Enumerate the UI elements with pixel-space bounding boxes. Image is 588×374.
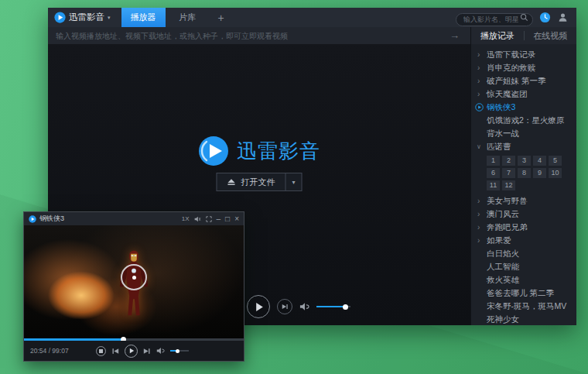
chevron-right-icon: › (477, 61, 480, 74)
mini-window-title: 钢铁侠3 (39, 214, 179, 224)
open-file-dropdown[interactable]: ▾ (285, 173, 302, 190)
new-tab-button[interactable]: + (210, 8, 233, 27)
sidebar-tabs: 播放记录 在线视频 (470, 27, 576, 44)
episode-button[interactable]: 9 (533, 168, 546, 178)
video-canvas[interactable] (24, 225, 244, 338)
chevron-right-icon: › (477, 87, 480, 101)
app-menu[interactable]: 迅雷影音 ▾ (48, 8, 111, 27)
url-input[interactable] (48, 27, 470, 44)
volume-icon[interactable] (156, 347, 165, 355)
list-item-label: 死神少女 (487, 314, 519, 324)
tab-player[interactable]: 播放器 (121, 8, 166, 27)
logo-text: 迅雷影音 (237, 138, 320, 165)
mini-titlebar-controls: 1X – □ × (182, 215, 239, 223)
titlebar[interactable]: 迅雷影音 ▾ 播放器 片库 + (48, 8, 576, 27)
play-icon (255, 302, 264, 312)
fullscreen-icon[interactable] (206, 216, 212, 222)
playback-speed-label[interactable]: 1X (182, 215, 190, 222)
list-item[interactable]: ›澳门风云 (471, 208, 576, 221)
maximize-button[interactable]: □ (225, 215, 230, 223)
list-item-label: 宋冬野-斑马，斑马MV (487, 301, 566, 311)
tab-online-video[interactable]: 在线视频 (525, 30, 577, 42)
chevron-down-icon: ▾ (292, 179, 295, 186)
list-item-label: 匹诺曹 (487, 142, 511, 151)
next-button[interactable] (277, 299, 292, 314)
play-history-list: ›迅雷下载记录 ›肖申克的救赎 ›破产姐妹 第一季 ›惊天魔盗团 钢铁侠3 饥饿… (470, 44, 576, 325)
episode-button[interactable]: 11 (487, 180, 500, 190)
list-item[interactable]: ›惊天魔盗团 (471, 87, 576, 101)
chevron-right-icon: › (477, 194, 480, 208)
open-file-main[interactable]: 打开文件 (217, 173, 285, 190)
next-icon (282, 304, 289, 310)
list-item-label: 奔跑吧兄弟 (487, 222, 528, 232)
list-item-label: 美女与野兽 (487, 196, 528, 205)
list-item[interactable]: ›美女与野兽 (471, 194, 576, 208)
stop-button[interactable] (96, 346, 106, 356)
mini-titlebar[interactable]: 钢铁侠3 1X – □ × (24, 212, 244, 225)
episode-button[interactable]: 12 (502, 180, 515, 190)
volume-icon[interactable] (299, 302, 309, 311)
volume-slider[interactable] (170, 350, 189, 352)
list-item-label: 肖申克的救赎 (487, 63, 535, 72)
play-icon (129, 348, 135, 354)
previous-button[interactable] (111, 348, 119, 355)
stop-icon (99, 349, 103, 353)
mini-control-bar: 20:54 / 99:07 (24, 341, 244, 361)
list-item[interactable]: 爸爸去哪儿 第二季 (471, 287, 576, 300)
list-item[interactable]: 救火英雄 (471, 273, 576, 287)
episode-button[interactable]: 8 (518, 168, 531, 178)
episode-button[interactable]: 3 (518, 156, 531, 166)
list-item[interactable]: 人工智能 (471, 260, 576, 273)
episode-button[interactable]: 7 (502, 168, 515, 178)
episode-button[interactable]: 4 (533, 156, 546, 166)
open-file-label: 打开文件 (241, 177, 275, 188)
list-item[interactable]: 背水一战 (471, 127, 576, 140)
list-item[interactable]: ›肖申克的救赎 (471, 61, 576, 74)
list-item[interactable]: 饥饿游戏2：星火燎原 (471, 114, 576, 127)
next-button[interactable] (143, 348, 151, 355)
episode-button[interactable]: 5 (549, 156, 562, 166)
list-item[interactable]: ›奔跑吧兄弟 (471, 221, 576, 234)
volume-slider[interactable] (316, 306, 350, 307)
episode-button[interactable]: 10 (549, 168, 562, 178)
open-file-button[interactable]: 打开文件 ▾ (217, 173, 303, 191)
list-item[interactable]: ›破产姐妹 第一季 (471, 74, 576, 87)
minimize-button[interactable]: – (217, 215, 221, 223)
list-item-label: 白日焰火 (487, 249, 519, 258)
list-item-current[interactable]: 钢铁侠3 (471, 101, 576, 114)
chevron-down-icon: ▾ (108, 15, 111, 21)
volume-knob[interactable] (343, 304, 348, 310)
list-item[interactable]: 宋冬野-斑马，斑马MV (471, 300, 576, 313)
list-item[interactable]: 死神少女 (471, 313, 576, 325)
episode-button[interactable]: 2 (502, 156, 515, 166)
list-item-label: 救火英雄 (487, 275, 519, 284)
tab-play-history[interactable]: 播放记录 (471, 30, 524, 42)
list-item-label: 迅雷下载记录 (487, 50, 535, 59)
list-item[interactable]: 白日焰火 (471, 247, 576, 260)
subheader: → 播放记录 在线视频 (48, 27, 576, 44)
titlebar-right (456, 8, 576, 27)
center-logo: 迅雷影音 (48, 136, 470, 166)
list-item[interactable]: ›如果爱 (471, 234, 576, 247)
clock-icon[interactable] (539, 12, 551, 23)
url-bar[interactable]: → (48, 27, 470, 44)
list-item-label: 如果爱 (487, 235, 511, 245)
search-icon (520, 13, 528, 22)
list-item[interactable]: ›迅雷下载记录 (471, 48, 576, 61)
mute-icon[interactable] (194, 216, 201, 222)
episode-button[interactable]: 6 (487, 168, 500, 178)
now-playing-icon (475, 103, 484, 112)
tab-library[interactable]: 片库 (166, 8, 210, 27)
play-button[interactable] (247, 295, 270, 318)
time-display: 20:54 / 99:07 (30, 347, 69, 355)
user-icon[interactable] (557, 12, 569, 23)
chevron-right-icon: › (477, 74, 480, 87)
go-arrow-icon[interactable]: → (450, 29, 460, 42)
volume-fill (316, 306, 345, 307)
search-box[interactable] (456, 11, 533, 24)
play-button[interactable] (125, 345, 138, 358)
list-item-expanded[interactable]: ∨匹诺曹 (471, 140, 576, 153)
volume-knob[interactable] (176, 349, 179, 353)
episode-button[interactable]: 1 (487, 156, 500, 166)
close-button[interactable]: × (234, 215, 239, 223)
